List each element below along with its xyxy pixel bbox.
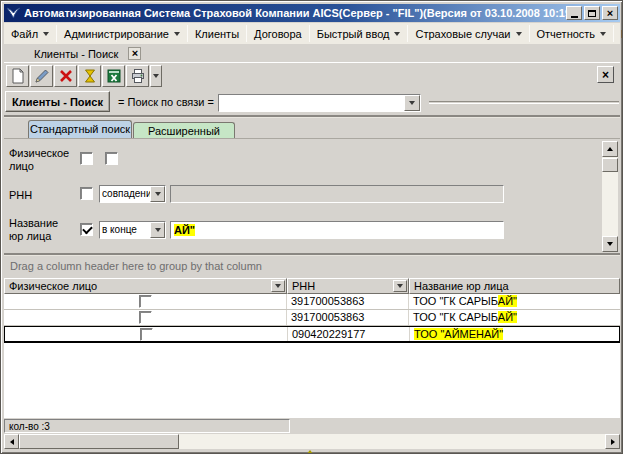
relation-search-value xyxy=(219,95,404,111)
rnn-checkbox[interactable] xyxy=(80,187,93,200)
scroll-down-icon[interactable] xyxy=(602,236,618,252)
cell-legal-name: ТОО "ГК САРЫБАЙ" xyxy=(409,294,620,309)
menu-quick-entry[interactable]: Быстрый ввод xyxy=(310,23,408,44)
menu-administration[interactable]: Администрирование xyxy=(57,23,187,44)
export-excel-icon[interactable] xyxy=(102,65,125,87)
grid-group-by-bar[interactable]: Drag a column header here to group by th… xyxy=(4,256,620,278)
app-logo-icon xyxy=(6,6,21,20)
menu-insurance-cases[interactable]: Страховые случаи xyxy=(408,23,528,44)
filter-dropdown-icon[interactable] xyxy=(393,280,407,292)
form-vertical-scrollbar[interactable] xyxy=(602,141,618,252)
tab-clients-search[interactable]: Клиенты - Поиск xyxy=(34,48,118,60)
tab-close-icon[interactable]: × xyxy=(128,47,141,60)
physical-person-checkbox-2[interactable] xyxy=(105,152,118,165)
resize-marker-icon xyxy=(306,450,314,454)
name-text: ТОО "ГК САРЫБ xyxy=(413,295,498,307)
table-row[interactable]: 391700053863 ТОО "ГК САРЫБАЙ" xyxy=(4,294,620,310)
app-window: Автоматизированная Система Страховой Ком… xyxy=(0,0,623,454)
select-dropdown-icon[interactable] xyxy=(150,222,165,238)
physical-person-checkbox-1[interactable] xyxy=(80,152,93,165)
scroll-up-icon[interactable] xyxy=(602,141,618,157)
print-dropdown-icon[interactable] xyxy=(150,65,162,87)
legal-name-checkbox[interactable] xyxy=(80,223,93,236)
rnn-label: РНН xyxy=(9,189,75,202)
filter-dropdown-icon[interactable] xyxy=(271,280,285,292)
column-label: Физическое лицо xyxy=(9,280,97,292)
delete-x-icon[interactable] xyxy=(54,65,77,87)
cell-rnn: 391700053863 xyxy=(287,310,409,325)
grid-header: Физическое лицо РНН Название юр лица xyxy=(4,278,620,294)
row-checkbox[interactable] xyxy=(139,295,152,308)
column-label: Название юр лица xyxy=(414,280,509,292)
column-header-rnn[interactable]: РНН xyxy=(287,278,409,294)
menu-insurance-cases-label: Страховые случаи xyxy=(415,28,510,40)
legal-name-label: Название юр лица xyxy=(9,217,75,243)
menu-contracts-label: Договора xyxy=(254,28,302,40)
window-title: Автоматизированная Система Страховой Ком… xyxy=(24,7,566,19)
divider-line xyxy=(429,101,619,104)
rnn-mode-value: совпадение xyxy=(100,186,150,202)
combo-dropdown-icon[interactable] xyxy=(404,95,420,111)
menu-file[interactable]: Файл xyxy=(4,23,56,44)
minimize-icon[interactable] xyxy=(566,6,582,20)
close-icon[interactable]: × xyxy=(602,6,618,20)
menu-contracts[interactable]: Договора xyxy=(247,23,309,44)
menu-administration-label: Администрирование xyxy=(64,28,169,40)
menu-reporting-label: Отчетность xyxy=(537,28,596,40)
new-document-icon[interactable] xyxy=(6,65,29,87)
scroll-right-icon[interactable] xyxy=(605,434,620,449)
legal-name-mode-select[interactable]: в конце xyxy=(99,221,166,239)
hourglass-icon[interactable] xyxy=(78,65,101,87)
grid-body: 391700053863 ТОО "ГК САРЫБАЙ" 3917000538… xyxy=(4,294,620,418)
menu-bso[interactable]: БСО xyxy=(614,23,623,44)
chevron-down-icon xyxy=(516,32,522,36)
group-by-hint: Drag a column header here to group by th… xyxy=(10,260,262,272)
rnn-mode-select[interactable]: совпадение xyxy=(99,185,166,203)
legal-name-input-value: АЙ" xyxy=(174,224,195,236)
cell-rnn: 090420229177 xyxy=(288,327,410,341)
cell-physical-person xyxy=(5,327,288,341)
menu-bar: Файл Администрирование Клиенты Договора … xyxy=(4,23,620,44)
clients-search-button[interactable]: Клиенты - Поиск xyxy=(5,91,110,112)
record-count: кол-во :3 xyxy=(4,419,290,433)
table-row-focused[interactable]: 090420229177 ТОО "АЙМЕНАЙ" xyxy=(4,326,620,343)
maximize-icon[interactable] xyxy=(584,6,600,20)
standard-search-form: Физическое лицо РНН совпадение Название … xyxy=(4,138,620,253)
status-bar: кол-во :3 xyxy=(4,418,620,434)
scrollbar-thumb[interactable] xyxy=(602,158,618,172)
search-by-relation-label: = Поиск по связи = xyxy=(118,96,214,108)
select-dropdown-icon[interactable] xyxy=(150,186,165,202)
window-controls: × xyxy=(566,6,618,20)
cell-rnn: 391700053863 xyxy=(287,294,409,309)
title-bar[interactable]: Автоматизированная Система Страховой Ком… xyxy=(4,4,620,22)
cell-legal-name: ТОО "АЙМЕНАЙ" xyxy=(410,327,621,341)
print-icon[interactable] xyxy=(126,65,149,87)
column-header-physical-person[interactable]: Физическое лицо xyxy=(4,278,287,294)
menu-clients-label: Клиенты xyxy=(195,28,239,40)
menu-quick-entry-label: Быстрый ввод xyxy=(317,28,390,40)
chevron-down-icon xyxy=(394,32,400,36)
grid-horizontal-scrollbar[interactable] xyxy=(4,434,620,449)
name-highlight: ТОО "АЙМЕНАЙ" xyxy=(414,328,503,340)
relation-search-combobox[interactable] xyxy=(218,94,421,112)
toolbar: × xyxy=(4,62,620,88)
panel-close-icon[interactable]: × xyxy=(597,66,614,83)
chevron-down-icon xyxy=(174,32,180,36)
name-highlight: АЙ" xyxy=(498,295,517,307)
menu-clients[interactable]: Клиенты xyxy=(188,23,246,44)
column-header-legal-name[interactable]: Название юр лица xyxy=(409,278,620,294)
edit-pencil-icon[interactable] xyxy=(30,65,53,87)
tab-advanced-search[interactable]: Расширенный поиск xyxy=(133,122,235,138)
table-row[interactable]: 391700053863 ТОО "ГК САРЫБАЙ" xyxy=(4,310,620,326)
cell-legal-name: ТОО "ГК САРЫБАЙ" xyxy=(409,310,620,325)
chevron-down-icon xyxy=(43,32,49,36)
menu-reporting[interactable]: Отчетность xyxy=(530,23,614,44)
scroll-left-icon[interactable] xyxy=(4,434,19,449)
legal-name-input[interactable]: АЙ" xyxy=(170,221,504,239)
scrollbar-thumb[interactable] xyxy=(19,434,179,449)
name-highlight: АЙ" xyxy=(498,311,517,323)
tab-standard-search[interactable]: Стандартный поиск xyxy=(28,120,132,138)
row-checkbox[interactable] xyxy=(139,311,152,324)
row-checkbox[interactable] xyxy=(140,328,153,341)
horizontal-splitter[interactable] xyxy=(4,115,620,118)
